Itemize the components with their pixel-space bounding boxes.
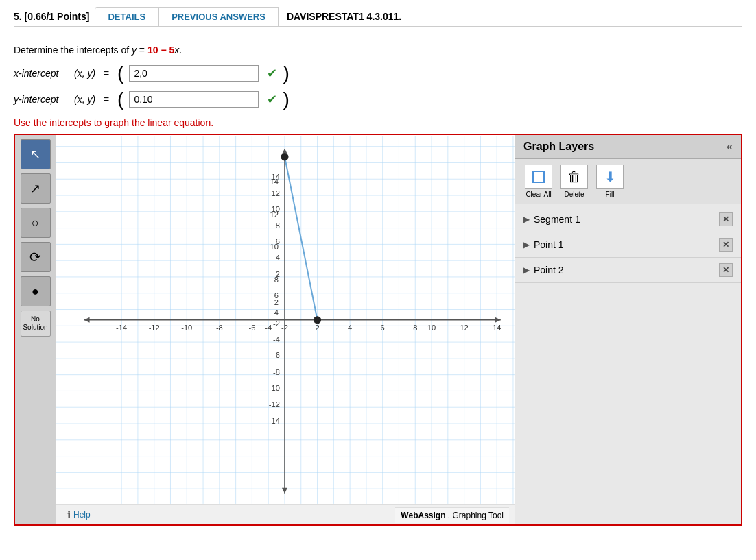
layer-segment-1: ▶ Segment 1 ✕: [515, 207, 741, 232]
graph-layers-title: Graph Layers: [523, 141, 594, 153]
help-link[interactable]: ℹ Help: [62, 507, 96, 523]
clear-all-icon: [525, 165, 552, 189]
svg-text:-4: -4: [273, 335, 280, 343]
y-intercept-label: y-intercept: [14, 94, 69, 105]
svg-text:-2: -2: [281, 324, 288, 332]
webassign-brand: WebAssign: [401, 511, 445, 520]
y-intercept-input[interactable]: [129, 91, 259, 108]
help-text: Help: [73, 510, 91, 520]
x-equals: =: [101, 68, 112, 79]
clear-all-button[interactable]: Clear All: [523, 165, 554, 198]
svg-text:2: 2: [276, 270, 280, 278]
segment1-name: Segment 1: [534, 214, 580, 225]
circle-tool[interactable]: ○: [21, 208, 51, 238]
x-checkmark: ✔: [267, 66, 277, 81]
fill-label: Fill: [606, 191, 615, 198]
svg-text:12: 12: [272, 189, 280, 197]
point1-expand[interactable]: ▶: [523, 240, 530, 249]
graph-canvas[interactable]: -14 -12 -10 -8 -6 -4 -2 2 4 6 8 10: [56, 135, 515, 504]
point1-name: Point 1: [534, 239, 564, 250]
y-open-paren: (: [117, 90, 123, 109]
y-xy-label: (x, y): [74, 94, 95, 105]
toolbar: ↖ ↗ ○ ⟳ ● NoSolution: [15, 135, 56, 524]
svg-text:6: 6: [381, 324, 385, 332]
course-label: DAVISPRESTAT1 4.3.011.: [287, 11, 401, 22]
point1-close[interactable]: ✕: [719, 238, 733, 252]
point2-close[interactable]: ✕: [719, 263, 733, 277]
graph-layers-collapse[interactable]: «: [727, 141, 733, 153]
fill-button[interactable]: ⬇ Fill: [595, 165, 625, 198]
svg-rect-92: [533, 171, 544, 182]
layer-point-1: ▶ Point 1 ✕: [515, 232, 741, 258]
points-label: 5. [0.66/1 Points]: [14, 11, 89, 22]
problem-statement: Determine the intercepts of y = 10 − 5x.: [14, 45, 742, 56]
x-xy-label: (x, y): [74, 68, 95, 79]
graph-layers-tools: Clear All 🗑 Delete ⬇ Fill: [515, 159, 741, 204]
line-tool[interactable]: ↗: [21, 173, 51, 204]
x-close-paren: ): [283, 64, 289, 83]
svg-text:-2: -2: [273, 319, 280, 328]
svg-text:-14: -14: [269, 417, 280, 425]
y-close-paren: ): [283, 90, 289, 109]
svg-text:4: 4: [274, 308, 279, 317]
graph-layers-list: ▶ Segment 1 ✕ ▶ Point 1 ✕: [515, 204, 741, 286]
point-tool[interactable]: ●: [21, 276, 51, 306]
no-solution-button[interactable]: NoSolution: [21, 311, 51, 337]
svg-text:12: 12: [460, 324, 468, 332]
curve-tool[interactable]: ⟳: [21, 242, 51, 272]
delete-label: Delete: [565, 191, 584, 198]
clear-all-label: Clear All: [525, 191, 551, 198]
svg-text:4: 4: [276, 254, 280, 262]
svg-text:8: 8: [276, 221, 280, 230]
svg-text:2: 2: [315, 324, 319, 332]
graph-footer: WebAssign . Graphing Tool: [395, 507, 509, 523]
svg-text:8: 8: [413, 324, 417, 332]
graph-bottom-bar: ℹ Help WebAssign . Graphing Tool: [56, 504, 515, 524]
fill-icon: ⬇: [596, 165, 624, 189]
svg-text:-4: -4: [265, 324, 272, 332]
tab-previous-answers[interactable]: PREVIOUS ANSWERS: [158, 7, 279, 26]
svg-text:-10: -10: [181, 324, 192, 332]
help-icon: ℹ: [67, 509, 71, 520]
point2-name: Point 2: [534, 265, 564, 276]
tab-details[interactable]: DETAILS: [95, 7, 158, 26]
use-intercepts-text: Use the intercepts to graph the linear e…: [14, 117, 742, 128]
graph-layers-panel: Graph Layers « Clear All 🗑: [515, 135, 741, 524]
svg-text:-8: -8: [273, 368, 280, 376]
layer-point-2: ▶ Point 2 ✕: [515, 258, 741, 283]
svg-text:10: 10: [427, 324, 436, 332]
svg-point-91: [314, 317, 320, 324]
select-tool[interactable]: ↖: [21, 139, 51, 169]
x-intercept-label: x-intercept: [14, 68, 69, 79]
graphing-tool-label: . Graphing Tool: [448, 511, 504, 520]
svg-text:-6: -6: [248, 324, 255, 332]
delete-button[interactable]: 🗑 Delete: [559, 165, 589, 198]
segment1-expand[interactable]: ▶: [523, 215, 530, 224]
svg-text:-12: -12: [149, 324, 160, 332]
svg-point-90: [281, 154, 288, 160]
svg-text:-12: -12: [269, 400, 280, 409]
delete-icon: 🗑: [560, 165, 588, 189]
graph-layers-header: Graph Layers «: [515, 135, 741, 159]
svg-text:-14: -14: [116, 324, 127, 332]
svg-text:14: 14: [493, 324, 501, 332]
svg-text:-6: -6: [273, 351, 280, 359]
webassign-label: WebAssign . Graphing Tool: [401, 511, 504, 520]
svg-text:2: 2: [274, 298, 279, 306]
point2-expand[interactable]: ▶: [523, 265, 530, 275]
svg-text:-10: -10: [269, 384, 280, 392]
x-open-paren: (: [117, 64, 123, 83]
svg-text:6: 6: [276, 237, 280, 245]
svg-text:14: 14: [272, 173, 280, 181]
svg-text:10: 10: [272, 205, 280, 213]
svg-text:-8: -8: [216, 324, 223, 332]
y-checkmark: ✔: [267, 92, 277, 107]
segment1-close[interactable]: ✕: [719, 212, 733, 226]
y-equals: =: [101, 94, 112, 105]
graph-area: -14 -12 -10 -8 -6 -4 -2 2 4 6 8 10: [56, 135, 515, 524]
x-intercept-input[interactable]: [129, 65, 259, 82]
svg-text:4: 4: [348, 324, 352, 332]
